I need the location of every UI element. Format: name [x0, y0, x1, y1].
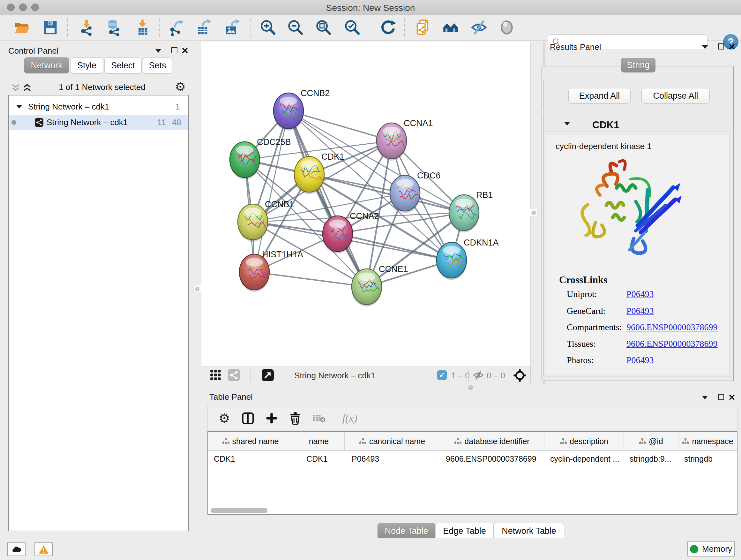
crosslink-row: GeneCard: P06493 [546, 306, 730, 315]
export-table-icon[interactable] [195, 18, 212, 37]
collection-expand-icon[interactable] [16, 105, 22, 109]
expand-all-networks-icon[interactable] [22, 83, 32, 92]
table-panel-float-icon[interactable] [718, 394, 724, 400]
delete-column-icon[interactable] [288, 411, 302, 425]
results-panel-close-icon[interactable]: ✕ [728, 43, 736, 51]
zoom-in-icon[interactable] [259, 18, 277, 37]
crosslink-link[interactable]: 9606.ENSP00000378699 [626, 339, 718, 349]
collapse-all-button[interactable]: Collapse All [642, 88, 710, 104]
cloud-button[interactable] [7, 543, 25, 556]
grid-view-icon[interactable] [210, 369, 221, 381]
memory-button[interactable]: Memory [687, 542, 735, 557]
collapse-all-networks-icon[interactable] [11, 84, 20, 92]
node-table: shared name name canonical name database… [207, 431, 738, 515]
column-header-shared-name[interactable]: shared name [208, 432, 293, 450]
node-RB1[interactable]: RB1 [449, 190, 493, 233]
network-badge-icon[interactable] [228, 369, 240, 381]
node-label-CDK1: CDK1 [321, 152, 344, 162]
hidden-count: 0 – 0 [487, 371, 505, 381]
birdseye-toggle-icon[interactable] [513, 369, 527, 382]
memory-label: Memory [702, 544, 732, 554]
node-CCNB2[interactable]: CCNB2 [273, 88, 330, 131]
control-panel-menu-icon[interactable] [155, 49, 161, 53]
import-network-database-icon[interactable] [105, 18, 123, 37]
main-toolbar: ? [0, 15, 741, 41]
crosslink-label: Pharos: [567, 355, 594, 365]
horizontal-scrollbar-thumb[interactable] [211, 508, 267, 513]
export-image-icon[interactable] [223, 18, 241, 37]
export-network-icon[interactable] [167, 18, 185, 37]
tab-sets[interactable]: Sets [143, 57, 172, 73]
birds-eye-view-icon[interactable] [262, 369, 274, 381]
node-CCNE1[interactable]: CCNE1 [352, 264, 408, 307]
first-neighbors-icon[interactable] [442, 18, 460, 37]
tab-node-table[interactable]: Node Table [378, 523, 435, 539]
hide-selected-icon[interactable] [470, 18, 488, 37]
show-columns-icon[interactable] [241, 411, 255, 425]
expand-all-button[interactable]: Expand All [568, 88, 630, 104]
protein-structure-image [568, 157, 684, 268]
network-canvas[interactable]: CCNB2CCNA1CDC25BCDK1CDC6RB1CCNB1CCNA2CDK… [201, 42, 531, 367]
column-header-name[interactable]: name [293, 432, 345, 450]
node-CDC6[interactable]: CDC6 [390, 171, 441, 213]
column-header-id[interactable]: @id [624, 432, 678, 450]
toolbar-separator [67, 18, 68, 37]
toolbar-separator [404, 18, 405, 37]
network-collection-row[interactable]: String Network – cdk1 1 [9, 99, 188, 114]
zoom-fit-icon[interactable] [315, 18, 333, 37]
refresh-view-icon[interactable] [379, 18, 397, 37]
warnings-button[interactable] [35, 543, 53, 556]
function-builder-icon[interactable]: f(x) [335, 411, 364, 425]
node-HIST1H1A[interactable]: HIST1H1A [239, 250, 303, 292]
tab-string[interactable]: String [621, 58, 656, 72]
tab-style[interactable]: Style [71, 57, 103, 73]
clone-network-icon[interactable] [414, 18, 432, 37]
node-label-HIST1H1A: HIST1H1A [262, 250, 303, 259]
table-panel-close-icon[interactable]: ✕ [728, 393, 736, 402]
zoom-selected-icon[interactable] [343, 18, 361, 37]
results-panel-float-icon[interactable] [718, 44, 724, 50]
delete-table-icon[interactable] [312, 411, 326, 425]
table-row[interactable]: CDK1 CDK1 P06493 9606.ENSP00000378699 cy… [208, 451, 737, 467]
control-panel-close-icon[interactable]: ✕ [181, 47, 189, 55]
collection-count: 1 [176, 102, 180, 112]
tab-network-table[interactable]: Network Table [494, 523, 564, 539]
selected-nodes-checkbox[interactable]: ✓ [437, 370, 447, 380]
control-panel-title: Control Panel [8, 46, 59, 56]
crosslink-link[interactable]: P06493 [626, 355, 654, 365]
table-panel-menu-icon[interactable] [702, 396, 708, 399]
column-header-database-identifier[interactable]: database identifier [440, 432, 544, 450]
open-session-icon[interactable] [13, 18, 30, 37]
crosslink-link[interactable]: P06493 [626, 306, 654, 316]
tab-network[interactable]: Network [24, 57, 69, 73]
left-splitter-handle[interactable] [193, 285, 201, 293]
network-options-gear-icon[interactable]: ⚙ [175, 80, 186, 94]
right-splitter-handle[interactable] [530, 209, 537, 216]
tab-select[interactable]: Select [105, 57, 142, 73]
crosslink-link[interactable]: P06493 [626, 289, 654, 299]
node-label-CCNA1: CCNA1 [404, 118, 433, 128]
crosslink-link[interactable]: 9606.ENSP00000378699 [626, 322, 718, 332]
node-CDC25B[interactable]: CDC25B [230, 137, 291, 179]
table-settings-gear-icon[interactable]: ⚙ [217, 411, 231, 425]
node-CCNA2[interactable]: CCNA2 [323, 211, 379, 253]
bottom-splitter-handle[interactable] [468, 385, 473, 390]
show-all-icon[interactable] [498, 18, 516, 37]
import-network-file-icon[interactable] [78, 18, 96, 37]
import-table-file-icon[interactable] [134, 18, 151, 37]
save-session-icon[interactable] [42, 18, 59, 37]
network-row-selected[interactable]: String Network – cdk1 11 48 [9, 115, 188, 130]
network-status-dot [11, 120, 16, 125]
node-CDKN1A[interactable]: CDKN1A [436, 238, 499, 280]
column-header-description[interactable]: description [544, 432, 624, 450]
zoom-out-icon[interactable] [286, 18, 305, 37]
cloud-icon [11, 546, 22, 553]
gene-entry-collapse-icon[interactable] [564, 122, 570, 125]
results-panel-menu-icon[interactable] [702, 45, 708, 49]
create-column-icon[interactable] [265, 411, 279, 425]
tab-edge-table[interactable]: Edge Table [435, 523, 494, 539]
control-panel-float-icon[interactable] [172, 47, 178, 53]
attribute-type-icon [560, 438, 567, 444]
column-header-namespace[interactable]: namespace [678, 432, 737, 450]
column-header-canonical-name[interactable]: canonical name [345, 432, 440, 450]
